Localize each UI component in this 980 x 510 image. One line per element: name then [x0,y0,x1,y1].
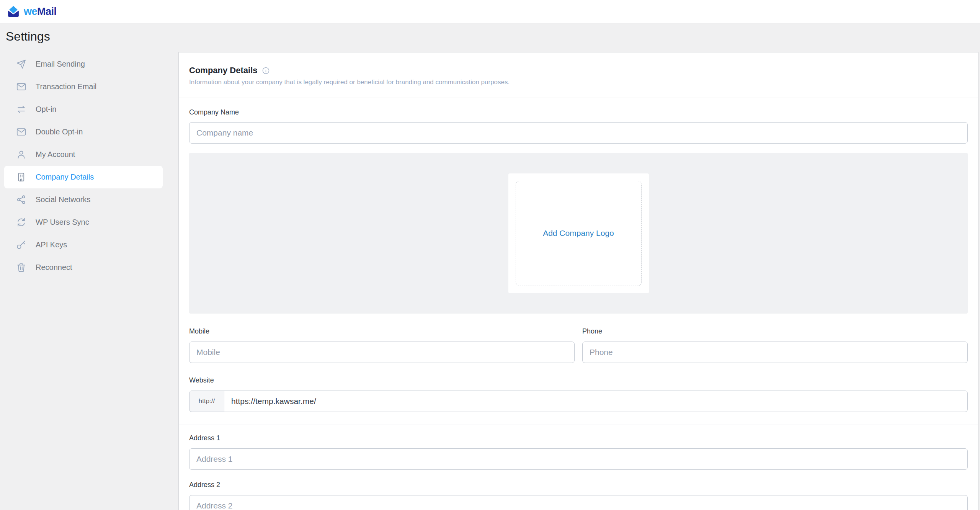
sidebar-item-double-opt-in[interactable]: Double Opt-in [4,121,163,143]
sidebar-item-email-sending[interactable]: Email Sending [4,53,163,75]
company-logo-section: Add Company Logo [189,153,968,314]
sidebar-item-label: Opt-in [36,105,56,114]
sidebar-item-label: Social Networks [36,195,90,204]
info-icon[interactable] [262,67,270,75]
website-input[interactable] [224,391,968,412]
address2-input[interactable] [189,495,968,510]
mobile-label: Mobile [189,327,575,335]
address2-label: Address 2 [189,481,968,489]
user-icon [16,149,26,160]
mobile-input[interactable] [189,342,575,363]
send-icon [16,59,26,69]
company-name-input[interactable] [189,122,968,144]
settings-band: Settings [0,23,980,52]
sidebar-item-label: My Account [36,150,75,159]
add-company-logo-label: Add Company Logo [543,229,614,238]
sidebar-item-api-keys[interactable]: API Keys [4,234,163,256]
add-company-logo-dropzone[interactable]: Add Company Logo [516,181,642,286]
sidebar-item-opt-in[interactable]: Opt-in [4,98,163,121]
address1-input[interactable] [189,448,968,470]
settings-sidebar: Email Sending Transaction Email Opt-in [0,52,178,279]
section-title: Company Details [189,65,258,75]
company-name-label: Company Name [189,108,968,116]
envelope-icon [16,127,26,137]
sidebar-item-company-details[interactable]: Company Details [4,166,163,188]
sidebar-item-reconnect[interactable]: Reconnect [4,256,163,279]
section-subtitle: Information about your company that is l… [189,78,968,86]
key-icon [16,240,26,250]
website-label: Website [189,376,968,384]
company-logo-card: Add Company Logo [508,173,649,293]
envelope-icon [16,82,26,92]
sidebar-item-my-account[interactable]: My Account [4,143,163,166]
sidebar-item-wp-users-sync[interactable]: WP Users Sync [4,211,163,234]
address1-label: Address 1 [189,434,968,442]
sidebar-item-label: Transaction Email [36,82,96,91]
wemail-wordmark: weMail [24,7,57,17]
sidebar-item-label: WP Users Sync [36,218,89,227]
sidebar-item-label: Double Opt-in [36,127,83,136]
sync-icon [16,217,26,227]
open-envelope-icon [7,5,20,18]
divider [179,425,978,425]
sidebar-item-label: Reconnect [36,263,72,272]
sidebar-item-label: Company Details [36,173,94,181]
share-icon [16,195,26,205]
sidebar-item-social-networks[interactable]: Social Networks [4,188,163,211]
phone-label: Phone [582,327,968,335]
sidebar-item-label: API Keys [36,240,67,249]
wemail-logo: weMail [7,5,57,18]
sidebar-item-label: Email Sending [36,60,85,69]
page-title: Settings [6,29,980,44]
divider [179,98,978,98]
phone-input[interactable] [582,342,968,363]
company-details-panel: Company Details Information about your c… [178,52,978,510]
website-protocol-prefix: http:// [189,391,224,412]
trash-icon [16,262,26,273]
swap-arrows-icon [16,104,26,114]
app-header: weMail [0,0,980,23]
building-icon [16,172,26,182]
sidebar-item-transaction-email[interactable]: Transaction Email [4,75,163,98]
